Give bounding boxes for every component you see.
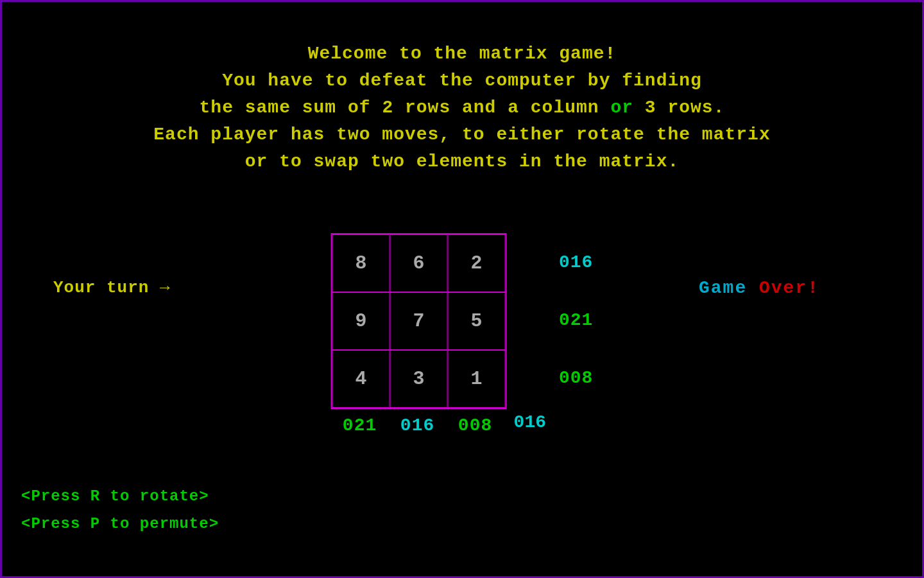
- line3-text1: the same sum of 2 rows and a column: [200, 98, 611, 118]
- line4-to: to: [462, 125, 485, 144]
- matrix-cell-2[interactable]: 2: [448, 234, 506, 292]
- bottom-buttons: <Press R to rotate> <Press P to permute>: [21, 482, 219, 538]
- matrix-cell-8[interactable]: 1: [448, 350, 506, 408]
- line4-text1: Each player has two moves,: [153, 125, 462, 144]
- line5-text2: swap two elements in the matrix.: [302, 152, 680, 171]
- welcome-section: Welcome to the matrix game! You have to …: [2, 2, 922, 175]
- matrix-cell-3[interactable]: 9: [332, 292, 390, 350]
- row-sums-container: 016021008: [546, 233, 593, 407]
- welcome-line-2: You have to defeat the computer by findi…: [2, 67, 922, 94]
- row-sum-0: 016: [546, 233, 593, 291]
- row-sum-2: 008: [546, 349, 593, 407]
- row-sum-1: 021: [546, 291, 593, 349]
- matrix-cell-5[interactable]: 5: [448, 292, 506, 350]
- welcome-line-4: Each player has two moves, to either rot…: [2, 121, 922, 148]
- line4-text2: either rotate the matrix: [485, 125, 771, 144]
- matrix-grid: 862975431: [331, 233, 507, 409]
- line5-text1: or: [245, 152, 279, 171]
- matrix-cell-1[interactable]: 6: [390, 234, 448, 292]
- your-turn-label: Your turn →: [53, 278, 171, 297]
- game-over-game: Game: [699, 278, 759, 298]
- col-sums-container: 021016008: [331, 416, 504, 435]
- col-sums-wrapper: 021016008 016: [331, 409, 546, 435]
- col-sum-2: 008: [447, 416, 504, 435]
- press-r-button[interactable]: <Press R to rotate>: [21, 482, 219, 510]
- matrix-cell-4[interactable]: 7: [390, 292, 448, 350]
- line3-or: or: [610, 98, 633, 118]
- matrix-cell-0[interactable]: 8: [332, 234, 390, 292]
- matrix-container: 862975431 021016008 016 016021008: [331, 233, 594, 435]
- matrix-cell-6[interactable]: 4: [332, 350, 390, 408]
- game-over-label: Game Over!: [699, 278, 819, 298]
- diagonal-sum: 016: [504, 412, 546, 432]
- line3-text2: 3 rows.: [633, 98, 724, 118]
- press-p-button[interactable]: <Press P to permute>: [21, 510, 219, 538]
- col-sum-1: 016: [389, 416, 447, 435]
- welcome-line-1: Welcome to the matrix game!: [2, 40, 922, 67]
- col-sum-0: 021: [331, 416, 389, 435]
- game-over-over: Over!: [759, 278, 819, 298]
- line5-to: to: [279, 152, 302, 171]
- welcome-line-3: the same sum of 2 rows and a column or 3…: [2, 94, 922, 121]
- welcome-line-5: or to swap two elements in the matrix.: [2, 148, 922, 175]
- matrix-cell-7[interactable]: 3: [390, 350, 448, 408]
